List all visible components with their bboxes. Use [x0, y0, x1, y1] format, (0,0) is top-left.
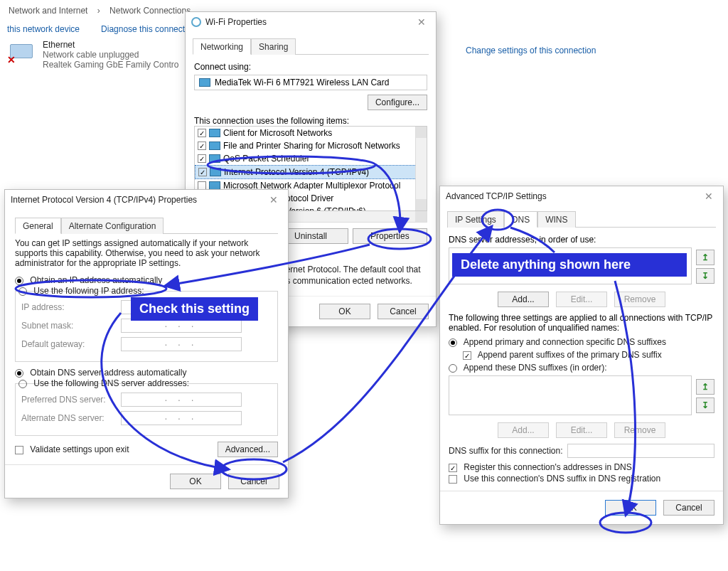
- tab-dns[interactable]: DNS: [504, 211, 537, 228]
- suffix-conn-input[interactable]: [567, 444, 714, 458]
- suffix-list[interactable]: [449, 375, 692, 415]
- adv-cancel-button[interactable]: Cancel: [663, 500, 714, 516]
- gateway-label: Default gateway:: [21, 339, 114, 349]
- chk-register-label: Register this connection's addresses in …: [464, 462, 631, 472]
- alt-dns-input[interactable]: . . .: [121, 411, 242, 425]
- properties-button[interactable]: Properties: [353, 228, 427, 244]
- radio-manual-ip-label: Use the following IP address:: [33, 286, 144, 296]
- tab-ip-settings[interactable]: IP Settings: [447, 211, 504, 228]
- move-down-button[interactable]: ↧: [696, 268, 714, 284]
- chk-use-suffix-row[interactable]: Use this connection's DNS suffix in DNS …: [449, 474, 714, 484]
- ethernet-adapter-icon: ✕: [7, 40, 36, 65]
- radio-icon[interactable]: [449, 364, 457, 373]
- validate-row[interactable]: Validate settings upon exit: [15, 444, 129, 454]
- chk-parent-row[interactable]: Append parent suffixes of the primary DN…: [463, 350, 714, 360]
- configure-button[interactable]: Configure...: [368, 95, 427, 110]
- dns-servers-list[interactable]: [449, 247, 692, 284]
- device-text: Ethernet Network cable unplugged Realtek…: [43, 40, 178, 70]
- ipv4-cancel-button[interactable]: Cancel: [228, 474, 279, 489]
- adv-titlebar[interactable]: Advanced TCP/IP Settings ✕: [440, 186, 723, 206]
- items-label: This connection uses the following items…: [194, 116, 427, 126]
- ip-address-label: IP address:: [21, 302, 114, 312]
- checkbox-icon[interactable]: [198, 129, 206, 137]
- suffix-edit-button[interactable]: Edit...: [556, 422, 607, 438]
- scroll-right-icon[interactable]: [415, 211, 427, 222]
- checkbox-icon[interactable]: [449, 475, 457, 484]
- alt-dns-label: Alternate DNS server:: [21, 413, 114, 423]
- ip-address-input[interactable]: . . .: [121, 300, 242, 314]
- radio-manual-ip-row[interactable]: Use the following IP address:: [18, 286, 272, 296]
- dns-add-button[interactable]: Add...: [498, 292, 549, 307]
- radio-icon[interactable]: [18, 287, 27, 296]
- tab-wins[interactable]: WINS: [537, 211, 575, 228]
- checkbox-icon[interactable]: [198, 154, 206, 163]
- item-qos: QoS Packet Scheduler: [195, 152, 427, 165]
- radio-icon[interactable]: [18, 380, 27, 388]
- ipv4-titlebar[interactable]: Internet Protocol Version 4 (TCP/IPv4) P…: [5, 190, 288, 210]
- dns-edit-button[interactable]: Edit...: [556, 292, 607, 307]
- radio-primary-row[interactable]: Append primary and connection specific D…: [449, 337, 714, 347]
- advanced-button[interactable]: Advanced...: [218, 442, 278, 457]
- pref-dns-input[interactable]: . . .: [121, 393, 242, 407]
- ipv4-ok-button[interactable]: OK: [170, 474, 221, 489]
- radio-these-row[interactable]: Append these DNS suffixes (in order):: [449, 363, 714, 373]
- connect-using-label: Connect using:: [194, 62, 427, 72]
- radio-icon[interactable]: [15, 369, 23, 378]
- wifi-tabs: Networking Sharing: [193, 38, 429, 55]
- tab-sharing[interactable]: Sharing: [251, 38, 296, 55]
- checkbox-icon[interactable]: [449, 464, 457, 472]
- adv-ok-button[interactable]: OK: [605, 500, 656, 516]
- breadcrumb-a[interactable]: Network and Internet: [9, 6, 87, 16]
- toolbar-this-device[interactable]: this network device: [7, 24, 80, 34]
- suffix-move-down-button[interactable]: ↧: [696, 397, 714, 413]
- subnet-mask-label: Subnet mask:: [21, 321, 114, 331]
- ipv4-description: You can get IP settings assigned automat…: [15, 238, 278, 268]
- item-client-ms: Client for Microsoft Networks: [195, 127, 427, 139]
- scrollbar-vertical[interactable]: [415, 127, 427, 210]
- protocol-icon: [209, 129, 220, 137]
- protocol-icon: [209, 154, 220, 163]
- ipv4-properties-dialog: Internet Protocol Version 4 (TCP/IPv4) P…: [4, 189, 289, 498]
- checkbox-icon[interactable]: [198, 168, 207, 176]
- checkbox-icon[interactable]: [198, 142, 206, 150]
- chk-use-suffix-label: Use this connection's DNS suffix in DNS …: [464, 474, 660, 484]
- gateway-input[interactable]: . . .: [121, 337, 242, 351]
- tab-networking[interactable]: Networking: [193, 38, 251, 55]
- suffix-add-button[interactable]: Add...: [498, 422, 549, 438]
- wifi-ok-button[interactable]: OK: [319, 304, 370, 319]
- wifi-titlebar[interactable]: Wi-Fi Properties ✕: [186, 12, 436, 32]
- suffix-move-up-button[interactable]: ↥: [696, 379, 714, 395]
- tab-alt-config[interactable]: Alternate Configuration: [61, 218, 164, 234]
- adv-title: Advanced TCP/IP Settings: [446, 191, 547, 201]
- move-up-button[interactable]: ↥: [696, 250, 714, 265]
- toolbar-diagnose[interactable]: Diagnose this connection: [101, 24, 196, 34]
- radio-icon[interactable]: [449, 338, 457, 347]
- radio-primary-label: Append primary and connection specific D…: [464, 337, 666, 347]
- close-icon[interactable]: ✕: [265, 194, 282, 206]
- checkbox-icon[interactable]: [463, 351, 471, 360]
- radio-manual-dns-row[interactable]: Use the following DNS server addresses:: [18, 378, 272, 388]
- tab-general[interactable]: General: [15, 218, 61, 234]
- breadcrumb-b[interactable]: Network Connections: [109, 6, 191, 16]
- radio-auto-dns-row[interactable]: Obtain DNS server address automatically: [15, 368, 278, 378]
- advanced-tcpip-dialog: Advanced TCP/IP Settings ✕ IP Settings D…: [439, 186, 724, 525]
- dns-servers-label: DNS server addresses, in order of use:: [449, 235, 714, 245]
- subnet-mask-input[interactable]: . . .: [121, 319, 242, 333]
- suffix-remove-button[interactable]: Remove: [614, 422, 665, 438]
- wifi-cancel-button[interactable]: Cancel: [378, 304, 429, 319]
- ipv4-title: Internet Protocol Version 4 (TCP/IPv4) P…: [11, 195, 197, 205]
- toolbar-change-settings[interactable]: Change settings of this connection: [466, 46, 596, 55]
- radio-auto-ip-row[interactable]: Obtain an IP address automatically: [15, 275, 278, 285]
- device-adapter: Realtek Gaming GbE Family Contro: [43, 60, 178, 70]
- checkbox-icon[interactable]: [15, 446, 23, 454]
- chk-register-row[interactable]: Register this connection's addresses in …: [449, 462, 714, 472]
- close-icon[interactable]: ✕: [700, 191, 717, 202]
- radio-icon[interactable]: [15, 277, 23, 285]
- connect-using-box: MediaTek Wi-Fi 6 MT7921 Wireless LAN Car…: [194, 75, 427, 90]
- radio-auto-dns-label: Obtain DNS server address automatically: [30, 368, 186, 378]
- dns-remove-button[interactable]: Remove: [614, 292, 665, 307]
- pref-dns-label: Preferred DNS server:: [21, 395, 114, 405]
- item-tcpipv4: Internet Protocol Version 4 (TCP/IPv4): [195, 165, 427, 179]
- breadcrumb-separator-icon: [93, 6, 105, 16]
- close-icon[interactable]: ✕: [413, 16, 430, 28]
